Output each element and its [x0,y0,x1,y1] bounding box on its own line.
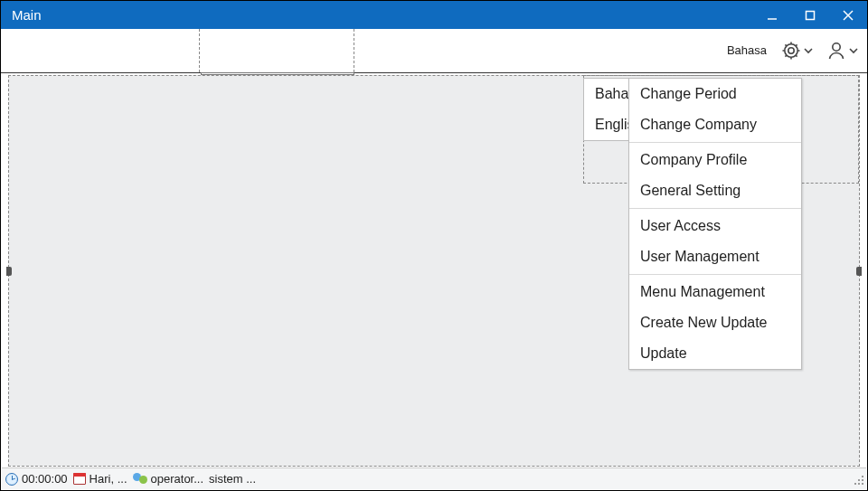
svg-point-5 [785,44,797,57]
maximize-button[interactable] [791,1,829,29]
status-date-text: Hari, ... [90,472,127,486]
svg-rect-1 [807,11,815,19]
settings-menu-item[interactable]: Update [629,338,801,369]
settings-button[interactable] [778,33,815,69]
clock-icon [5,473,18,486]
status-system-text: sistem ... [209,472,256,486]
language-selector-label[interactable]: Bahasa [724,44,769,57]
maximize-icon [805,10,816,21]
close-icon [843,10,854,21]
dock-handle-right[interactable] [856,267,862,276]
settings-menu: Change Period Change Company Company Pro… [628,78,802,370]
window-titlebar: Main [1,1,867,29]
close-button[interactable] [829,1,867,29]
status-user-text: operator... [151,472,204,486]
settings-menu-item[interactable]: Change Period [629,79,801,109]
minimize-icon [767,10,778,21]
status-bar: 00:00:00 Hari, ... operator... sistem ..… [2,467,866,489]
ribbon-slot-1 [10,29,200,72]
language-menu: Bahasa English [583,78,632,141]
window-controls [753,1,867,29]
ribbon-right-group: Bahasa [724,29,860,72]
dock-handle-left[interactable] [6,267,12,276]
calendar-icon [73,473,86,485]
menu-separator [629,142,801,143]
settings-menu-item[interactable]: User Management [629,241,801,272]
user-button[interactable] [824,33,860,69]
status-time: 00:00:00 [5,472,70,486]
language-menu-item[interactable]: Bahasa [584,79,631,109]
users-icon [133,473,147,486]
settings-menu-item[interactable]: Company Profile [629,145,801,175]
settings-menu-item[interactable]: Menu Management [629,277,801,307]
resize-grip[interactable] [852,473,864,486]
status-time-text: 00:00:00 [22,472,68,486]
ribbon-slot-2 [201,29,354,72]
settings-menu-item[interactable]: General Setting [629,175,801,206]
status-date: Hari, ... [73,472,129,486]
chevron-down-icon [804,46,813,55]
svg-point-4 [788,48,794,53]
gear-icon [780,40,802,61]
settings-menu-item[interactable]: Create New Update [629,307,801,338]
ribbon-toolbar: Bahasa [1,29,867,73]
minimize-button[interactable] [753,1,791,29]
menu-separator [629,274,801,275]
settings-menu-item[interactable]: Change Company [629,109,801,140]
settings-menu-item[interactable]: User Access [629,211,801,241]
user-icon [826,40,847,61]
svg-point-6 [833,43,840,51]
language-menu-item[interactable]: English [584,109,631,140]
chevron-down-icon [849,46,858,55]
menu-separator [629,208,801,209]
window-title: Main [12,7,42,23]
status-user: operator... [133,472,206,486]
status-system: sistem ... [209,472,258,486]
